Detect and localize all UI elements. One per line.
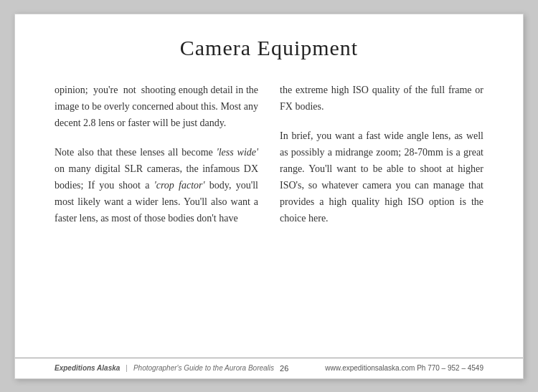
footer-brand: Expeditions Alaska — [55, 364, 120, 372]
left-paragraph-2: Note also that these lenses all be­come … — [55, 144, 258, 226]
footer-left: Expeditions Alaska | Photographer's Guid… — [55, 364, 288, 373]
footer-guide: Photographer's Guide to the Aurora Borea… — [133, 364, 274, 372]
footer-right: www.expeditionsalaska.com Ph 770 – 952 –… — [325, 364, 483, 372]
page-footer: Expeditions Alaska | Photographer's Guid… — [15, 358, 523, 378]
page-title: Camera Equipment — [55, 36, 483, 60]
left-column: opinion; you're not shooting enough deta… — [55, 82, 258, 227]
page-content: Camera Equipment opinion; you're not sho… — [15, 14, 523, 358]
left-paragraph-1: opinion; you're not shooting enough deta… — [55, 82, 258, 131]
right-column: the extreme high ISO quality of the full… — [280, 82, 483, 227]
page: Camera Equipment opinion; you're not sho… — [14, 14, 524, 379]
right-paragraph-1: the extreme high ISO quality of the full… — [280, 82, 483, 115]
footer-page-number: 26 — [280, 364, 288, 373]
columns: opinion; you're not shooting enough deta… — [55, 82, 483, 227]
right-paragraph-2: In brief, you want a fast wide angle len… — [280, 128, 483, 227]
footer-separator: | — [126, 364, 128, 372]
